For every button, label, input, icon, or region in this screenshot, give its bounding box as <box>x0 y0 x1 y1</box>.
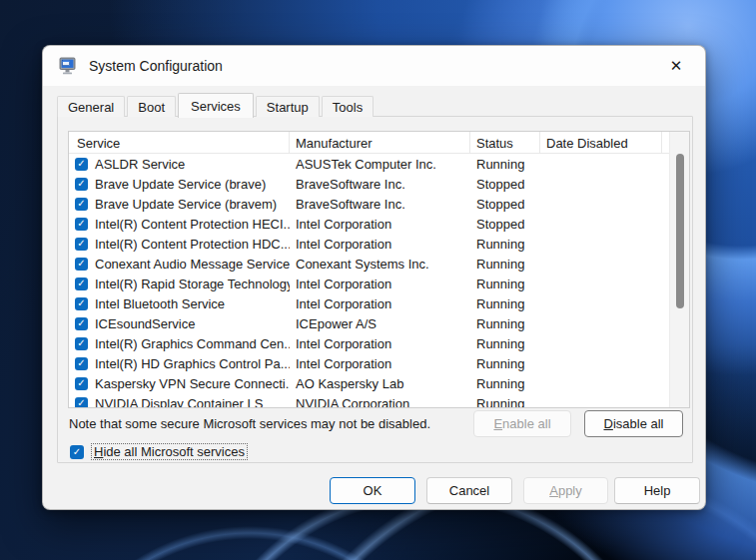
service-row[interactable]: ✓Intel(R) Content Protection HDC... Inte… <box>69 234 669 254</box>
column-header-service[interactable]: Service <box>69 132 290 154</box>
vertical-scrollbar[interactable] <box>669 132 689 407</box>
check-icon: ✓ <box>77 378 85 388</box>
row-checkbox[interactable]: ✓ <box>75 297 88 310</box>
service-row[interactable]: ✓Intel(R) HD Graphics Control Pa... Inte… <box>69 353 669 373</box>
service-manufacturer: Conexant Systems Inc. <box>290 257 470 272</box>
service-row[interactable]: ✓Intel Bluetooth Service Intel Corporati… <box>69 293 669 313</box>
check-icon: ✓ <box>77 159 85 169</box>
row-checkbox[interactable]: ✓ <box>75 218 88 231</box>
service-manufacturer: Intel Corporation <box>290 237 470 252</box>
scrollbar-thumb[interactable] <box>676 154 684 308</box>
service-status: Running <box>470 237 540 252</box>
row-checkbox[interactable]: ✓ <box>75 377 88 390</box>
hide-microsoft-services-label: Hide all Microsoft services <box>91 443 248 460</box>
service-name: Kaspersky VPN Secure Connecti... <box>95 376 290 391</box>
check-icon: ✓ <box>77 219 85 229</box>
row-checkbox[interactable]: ✓ <box>75 198 88 211</box>
service-status: Running <box>470 396 540 408</box>
service-row[interactable]: ✓Intel(R) Rapid Storage Technology Intel… <box>69 274 669 293</box>
system-configuration-window: System Configuration ✕ General Boot Serv… <box>42 45 706 510</box>
service-manufacturer: Intel Corporation <box>290 356 470 371</box>
service-manufacturer: BraveSoftware Inc. <box>290 177 470 192</box>
service-status: Stopped <box>470 217 540 232</box>
service-manufacturer: ICEpower A/S <box>290 316 470 331</box>
service-name: Intel(R) Content Protection HECI... <box>95 217 290 232</box>
close-icon[interactable]: ✕ <box>659 53 693 79</box>
service-row[interactable]: ✓Intel(R) Content Protection HECI... Int… <box>69 214 669 234</box>
cancel-button[interactable]: Cancel <box>426 477 512 504</box>
service-name: Intel Bluetooth Service <box>95 296 225 311</box>
service-row[interactable]: ✓ICEsoundService ICEpower A/S Running <box>69 313 669 333</box>
row-checkbox[interactable]: ✓ <box>75 337 88 350</box>
app-icon <box>59 57 78 76</box>
service-row[interactable]: ✓Kaspersky VPN Secure Connecti... AO Kas… <box>69 373 669 393</box>
check-icon: ✓ <box>77 259 85 269</box>
check-icon: ✓ <box>73 447 81 457</box>
desktop: { "window": { "title": "System Configura… <box>0 0 756 560</box>
service-name: ICEsoundService <box>95 316 195 331</box>
service-name: Brave Update Service (brave) <box>95 177 266 192</box>
services-list: Service Manufacturer Status Date Disable… <box>68 131 690 408</box>
service-row[interactable]: ✓NVIDIA Display Container LS NVIDIA Corp… <box>69 393 669 407</box>
service-row[interactable]: ✓ASLDR Service ASUSTek Computer Inc. Run… <box>69 154 669 174</box>
service-name: Brave Update Service (bravem) <box>95 197 277 212</box>
check-icon: ✓ <box>77 358 85 368</box>
tab-general[interactable]: General <box>57 96 125 117</box>
tab-strip: General Boot Services Startup Tools <box>57 93 376 117</box>
row-checkbox[interactable]: ✓ <box>75 178 88 191</box>
list-body: ✓ASLDR Service ASUSTek Computer Inc. Run… <box>69 154 669 407</box>
row-checkbox[interactable]: ✓ <box>75 357 88 370</box>
check-icon: ✓ <box>77 338 85 348</box>
window-title: System Configuration <box>89 58 223 74</box>
tab-boot[interactable]: Boot <box>127 96 176 117</box>
service-manufacturer: NVIDIA Corporation <box>290 396 470 408</box>
service-status: Running <box>470 257 540 272</box>
services-note: Note that some secure Microsoft services… <box>69 416 430 431</box>
check-icon: ✓ <box>77 179 85 189</box>
service-name: Intel(R) Graphics Command Cen... <box>95 336 290 351</box>
column-header-manufacturer[interactable]: Manufacturer <box>290 132 470 154</box>
service-manufacturer: Intel Corporation <box>290 336 470 351</box>
service-name: Intel(R) Rapid Storage Technology <box>95 277 290 291</box>
service-status: Running <box>470 356 540 371</box>
ok-button[interactable]: OK <box>330 477 415 504</box>
titlebar[interactable]: System Configuration ✕ <box>43 46 705 86</box>
hide-microsoft-services-checkbox[interactable]: ✓ Hide all Microsoft services <box>70 443 248 460</box>
apply-button: Apply <box>523 477 608 504</box>
service-name: Intel(R) Content Protection HDC... <box>95 237 290 252</box>
list-header: Service Manufacturer Status Date Disable… <box>69 132 689 154</box>
row-checkbox[interactable]: ✓ <box>75 278 88 290</box>
check-icon: ✓ <box>77 398 85 407</box>
row-checkbox[interactable]: ✓ <box>75 397 88 408</box>
tab-startup[interactable]: Startup <box>256 96 320 117</box>
tab-tools[interactable]: Tools <box>322 96 374 117</box>
service-name: ASLDR Service <box>95 157 185 172</box>
service-status: Stopped <box>470 177 540 192</box>
service-status: Running <box>470 376 540 391</box>
service-manufacturer: AO Kaspersky Lab <box>290 376 470 391</box>
service-row[interactable]: ✓Brave Update Service (brave) BraveSoftw… <box>69 174 669 194</box>
row-checkbox[interactable]: ✓ <box>75 317 88 330</box>
disable-all-button[interactable]: Disable all <box>584 410 683 437</box>
services-tab-panel: Service Manufacturer Status Date Disable… <box>57 116 693 463</box>
row-checkbox[interactable]: ✓ <box>75 238 88 251</box>
service-manufacturer: BraveSoftware Inc. <box>290 197 470 212</box>
check-icon: ✓ <box>77 318 85 328</box>
check-icon: ✓ <box>77 199 85 209</box>
service-manufacturer: Intel Corporation <box>290 277 470 291</box>
checkbox-checked[interactable]: ✓ <box>70 445 84 459</box>
service-name: NVIDIA Display Container LS <box>95 396 263 408</box>
row-checkbox[interactable]: ✓ <box>75 158 88 171</box>
service-name: Conexant Audio Message Service <box>95 257 290 272</box>
service-row[interactable]: ✓Intel(R) Graphics Command Cen... Intel … <box>69 333 669 353</box>
tab-services[interactable]: Services <box>178 93 254 118</box>
check-icon: ✓ <box>77 279 85 288</box>
row-checkbox[interactable]: ✓ <box>75 258 88 271</box>
help-button[interactable]: Help <box>614 477 700 504</box>
service-row[interactable]: ✓Brave Update Service (bravem) BraveSoft… <box>69 194 669 214</box>
column-header-date-disabled[interactable]: Date Disabled <box>540 132 662 154</box>
service-manufacturer: Intel Corporation <box>290 296 470 311</box>
service-row[interactable]: ✓Conexant Audio Message Service Conexant… <box>69 254 669 274</box>
service-status: Running <box>470 316 540 331</box>
column-header-status[interactable]: Status <box>470 132 540 154</box>
